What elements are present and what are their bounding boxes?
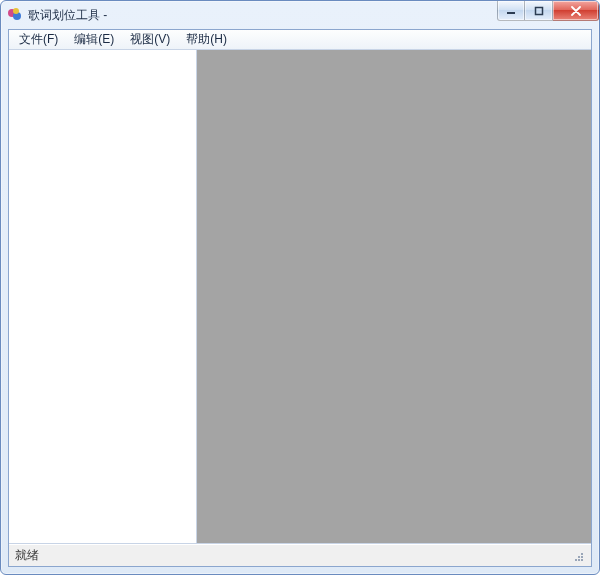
menu-view-label: 视图(V): [130, 31, 170, 48]
svg-rect-6: [578, 559, 580, 561]
menu-help[interactable]: 帮助(H): [178, 30, 235, 49]
titlebar[interactable]: 歌词划位工具 -: [1, 1, 599, 29]
left-pane[interactable]: [9, 50, 197, 543]
status-text: 就绪: [15, 547, 39, 564]
app-icon: [7, 7, 23, 23]
svg-rect-4: [535, 7, 542, 14]
right-pane[interactable]: [197, 50, 591, 543]
maximize-button[interactable]: [525, 1, 553, 21]
statusbar: 就绪: [9, 544, 591, 566]
menu-help-label: 帮助(H): [186, 31, 227, 48]
menu-edit[interactable]: 编辑(E): [66, 30, 122, 49]
workspace: [9, 50, 591, 544]
svg-point-2: [13, 8, 19, 14]
close-button[interactable]: [553, 1, 599, 21]
menu-view[interactable]: 视图(V): [122, 30, 178, 49]
svg-rect-10: [581, 553, 583, 555]
menubar: 文件(F) 编辑(E) 视图(V) 帮助(H): [9, 30, 591, 50]
window-controls: [497, 1, 599, 21]
client-area: 文件(F) 编辑(E) 视图(V) 帮助(H) 就绪: [8, 29, 592, 567]
menu-file[interactable]: 文件(F): [11, 30, 66, 49]
minimize-button[interactable]: [497, 1, 525, 21]
menu-edit-label: 编辑(E): [74, 31, 114, 48]
resize-grip-icon[interactable]: [571, 549, 585, 563]
svg-rect-7: [581, 556, 583, 558]
app-window: 歌词划位工具 - 文件(F) 编辑(E) 视图(V) 帮助(H) 就绪: [0, 0, 600, 575]
svg-rect-9: [578, 556, 580, 558]
svg-rect-5: [581, 559, 583, 561]
menu-file-label: 文件(F): [19, 31, 58, 48]
window-title: 歌词划位工具 -: [28, 7, 107, 24]
svg-rect-3: [507, 12, 515, 14]
svg-rect-8: [575, 559, 577, 561]
